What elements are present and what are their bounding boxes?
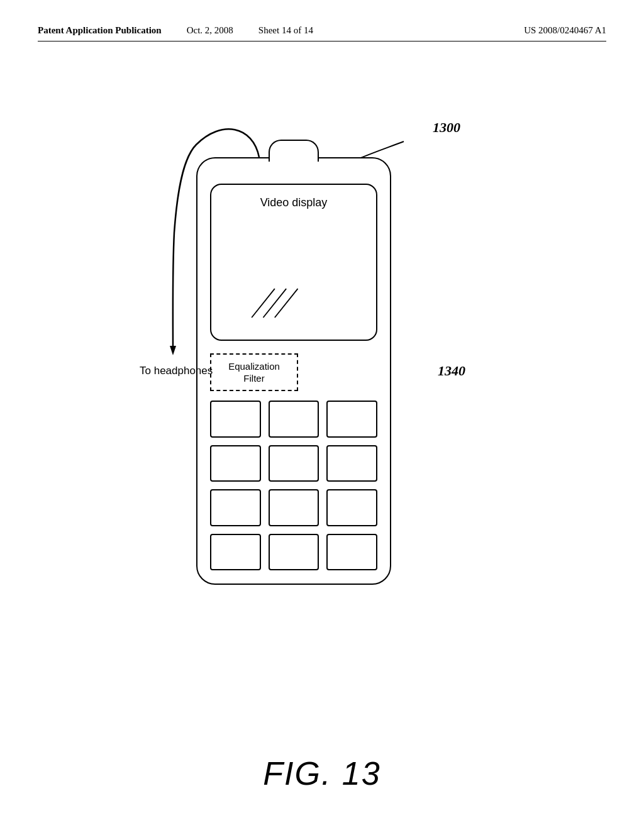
page-header: Patent Application Publication Oct. 2, 2… — [38, 25, 606, 42]
phone-device: Video display Equalization Filter 1340 — [196, 157, 391, 585]
key-8[interactable] — [269, 489, 319, 526]
ref-1340-label: 1340 — [438, 363, 465, 379]
key-4[interactable] — [210, 445, 261, 482]
figure-label: FIG. 13 — [0, 755, 644, 792]
key-1[interactable] — [210, 401, 261, 438]
key-0[interactable] — [269, 534, 319, 571]
keypad-grid — [210, 401, 377, 570]
eq-filter-box: Equalization Filter — [210, 353, 298, 391]
diagonal-lines-decoration — [246, 277, 315, 324]
eq-filter-label: Equalization Filter — [228, 360, 280, 385]
key-2[interactable] — [269, 401, 319, 438]
sheet-info: Sheet 14 of 14 — [258, 25, 313, 36]
phone-antenna-bump — [269, 140, 319, 162]
headphone-arrowhead — [170, 346, 176, 355]
key-hash[interactable] — [326, 534, 377, 571]
key-3[interactable] — [326, 401, 377, 438]
publication-title: Patent Application Publication — [38, 25, 162, 36]
svg-line-0 — [252, 289, 275, 318]
svg-line-1 — [264, 289, 287, 318]
patent-number: US 2008/0240467 A1 — [524, 25, 606, 36]
video-display-label: Video display — [260, 196, 328, 209]
key-7[interactable] — [210, 489, 261, 526]
key-6[interactable] — [326, 445, 377, 482]
key-9[interactable] — [326, 489, 377, 526]
diagram-container: 1300 Video display — [133, 107, 511, 673]
key-star[interactable] — [210, 534, 261, 571]
key-5[interactable] — [269, 445, 319, 482]
svg-line-2 — [275, 289, 298, 318]
video-display-screen: Video display — [210, 184, 377, 341]
publication-date: Oct. 2, 2008 — [187, 25, 233, 36]
headphone-label: To headphones — [140, 365, 213, 377]
diagram-area: 1300 Video display — [0, 63, 644, 717]
